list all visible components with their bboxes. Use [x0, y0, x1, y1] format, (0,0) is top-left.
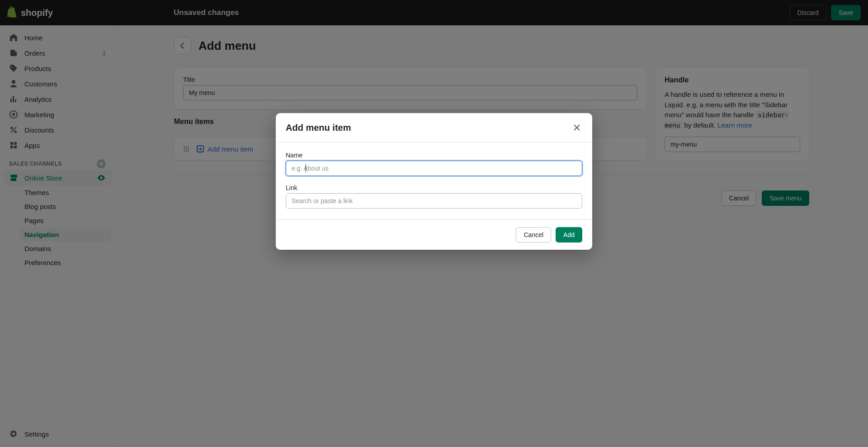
name-label: Name: [286, 152, 582, 159]
name-input[interactable]: [286, 161, 582, 176]
modal-title: Add menu item: [286, 123, 351, 133]
link-input[interactable]: [286, 193, 582, 209]
modal-cancel-button[interactable]: Cancel: [516, 227, 551, 243]
add-menu-item-modal: Add menu item Name Link: [276, 113, 592, 250]
modal-close-button[interactable]: [571, 122, 582, 133]
modal-add-button[interactable]: Add: [556, 227, 582, 243]
text-caret: [306, 164, 306, 172]
modal-overlay[interactable]: Add menu item Name Link: [0, 0, 868, 447]
close-icon: [572, 123, 581, 132]
link-label: Link: [286, 184, 582, 191]
